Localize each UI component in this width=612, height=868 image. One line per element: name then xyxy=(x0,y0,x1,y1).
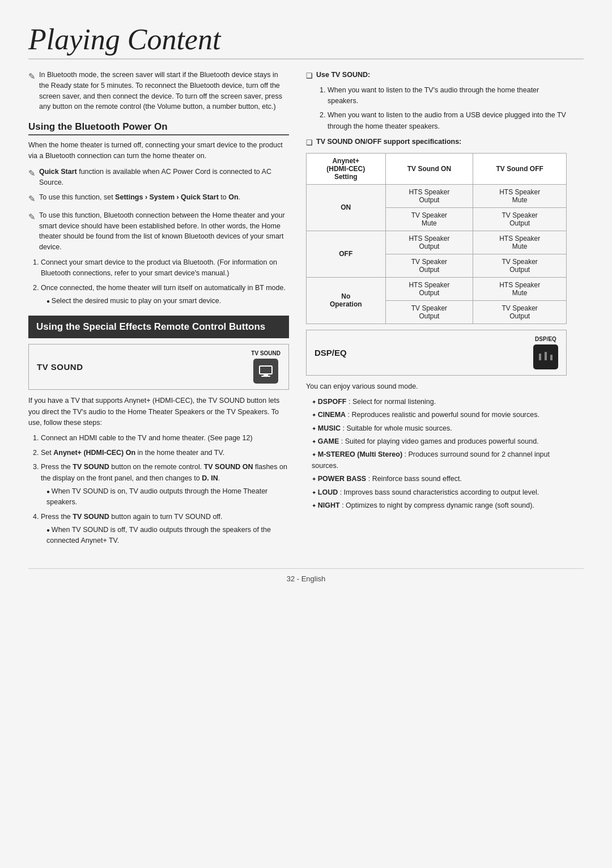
tv-sound-specs-heading: ❑ TV SOUND ON/OFF support specifications… xyxy=(306,137,567,148)
svg-rect-0 xyxy=(260,366,272,374)
tv-sound-step-3-bullet: When TV SOUND is on, TV audio outputs th… xyxy=(46,486,289,508)
bluetooth-section-heading: Using the Bluetooth Power On xyxy=(28,121,289,135)
dspeq-label: DSP/EQ xyxy=(314,348,347,358)
note-icon-3: ✎ xyxy=(28,211,36,224)
tv-sound-btn-icon xyxy=(253,359,278,384)
dspeq-description: You can enjoy various sound mode. xyxy=(306,381,567,392)
table-cell-on-header: ON xyxy=(307,184,386,231)
use-tv-sound-item-1: When you want to listen to the TV's audi… xyxy=(328,85,567,107)
table-cell-off-sound-on-1: HTS SpeakerOutput xyxy=(385,231,473,254)
note-icon: ✎ xyxy=(28,70,36,83)
table-cell-noop-sound-on-2: TV SpeakerOutput xyxy=(385,300,473,324)
dspeq-modes-list: DSPOFF : Select for normal listening. CI… xyxy=(306,397,567,511)
left-column: ✎ In Bluetooth mode, the screen saver wi… xyxy=(28,70,289,551)
tv-sound-btn-label: TV SOUND xyxy=(251,350,280,356)
svg-rect-4 xyxy=(539,354,541,360)
use-tv-sound-list: When you want to listen to the TV's audi… xyxy=(306,85,567,133)
table-cell-off-sound-off-1: HTS SpeakerMute xyxy=(473,231,567,254)
dspeq-btn-icon xyxy=(533,344,558,369)
table-cell-on-sound-off-1: HTS SpeakerMute xyxy=(473,184,567,207)
intro-note: ✎ In Bluetooth mode, the screen saver wi… xyxy=(28,70,289,112)
sq-icon: ❑ xyxy=(306,70,313,82)
note-icon-1: ✎ xyxy=(28,167,36,180)
dspeq-mode-mstereo: M-STEREO (Multi Stereo) : Produces surro… xyxy=(312,449,567,471)
special-effects-heading: Using the Special Effects Remote Control… xyxy=(28,316,289,338)
tv-sound-label: TV SOUND xyxy=(37,362,83,372)
bluetooth-intro: When the home theater is turned off, con… xyxy=(28,140,289,162)
table-cell-noop-sound-off-2: TV SpeakerOutput xyxy=(473,300,567,324)
table-cell-noop-header: NoOperation xyxy=(307,277,386,324)
table-cell-on-sound-on-2: TV SpeakerMute xyxy=(385,207,473,231)
dspeq-mode-music: MUSIC : Suitable for whole music sources… xyxy=(312,423,567,434)
tv-sound-button: TV SOUND xyxy=(251,350,280,384)
table-header-row: Anynet+(HDMI-CEC)Setting TV Sound ON TV … xyxy=(307,153,567,184)
bluetooth-step-2: Once connected, the home theater will tu… xyxy=(41,283,289,307)
dspeq-mode-cinema: CINEMA : Reproduces realistic and powerf… xyxy=(312,410,567,420)
svg-rect-5 xyxy=(545,352,547,360)
right-column: ❑ Use TV SOUND: When you want to listen … xyxy=(306,70,567,551)
dspeq-mode-loud: LOUD : Improves bass sound characteristi… xyxy=(312,487,567,498)
tv-sound-step-3: Press the TV SOUND button on the remote … xyxy=(41,462,289,508)
table-cell-noop-sound-off-1: HTS SpeakerMute xyxy=(473,277,567,300)
table-cell-off-header: OFF xyxy=(307,231,386,277)
dspeq-btn-label: DSP/EQ xyxy=(535,336,556,342)
tv-sound-step-4-bullet: When TV SOUND is off, TV audio outputs t… xyxy=(46,525,289,547)
svg-rect-6 xyxy=(550,355,552,360)
note-icon-2: ✎ xyxy=(28,193,36,206)
table-cell-on-sound-on-1: HTS SpeakerOutput xyxy=(385,184,473,207)
page-footer: 32 - English xyxy=(28,568,584,583)
dspeq-mode-game: GAME : Suited for playing video games an… xyxy=(312,436,567,447)
table-cell-off-sound-on-2: TV SpeakerOutput xyxy=(385,254,473,277)
tv-sound-description: If you have a TV that supports Anynet+ (… xyxy=(28,395,289,428)
svg-rect-2 xyxy=(261,376,270,377)
table-row-off: OFF HTS SpeakerOutput HTS SpeakerMute xyxy=(307,231,567,254)
dspeq-mode-night: NIGHT : Optimizes to night by compress d… xyxy=(312,500,567,511)
dspeq-mode-powerbass: POWER BASS : Reinforce bass sound effect… xyxy=(312,474,567,484)
bluetooth-step-2-bullet: Select the desired music to play on your… xyxy=(46,296,289,307)
dspeq-mode-dspoff: DSPOFF : Select for normal listening. xyxy=(312,397,567,407)
tv-sound-step-2: Set Anynet+ (HDMI-CEC) On in the home th… xyxy=(41,448,289,458)
use-tv-sound-heading: ❑ Use TV SOUND: xyxy=(306,70,567,82)
dspeq-button: DSP/EQ xyxy=(533,336,558,369)
table-cell-on-sound-off-2: TV SpeakerOutput xyxy=(473,207,567,231)
svg-rect-1 xyxy=(264,374,268,376)
page-title: Playing Content xyxy=(28,23,584,59)
table-header-setting: Anynet+(HDMI-CEC)Setting xyxy=(307,153,386,184)
table-header-on: TV Sound ON xyxy=(385,153,473,184)
dspeq-box: DSP/EQ DSP/EQ xyxy=(306,330,567,376)
bluetooth-step-1: Connect your smart device to the product… xyxy=(41,257,289,279)
bluetooth-note-2: ✎ To use this function, set Settings › S… xyxy=(28,192,289,206)
tv-sound-table: Anynet+(HDMI-CEC)Setting TV Sound ON TV … xyxy=(306,153,567,324)
tv-sound-step-4: Press the TV SOUND button again to turn … xyxy=(41,512,289,547)
table-row-on: ON HTS SpeakerOutput HTS SpeakerMute xyxy=(307,184,567,207)
bluetooth-note-3: ✎ To use this function, Bluetooth connec… xyxy=(28,210,289,253)
tv-sound-box: TV SOUND TV SOUND xyxy=(28,344,289,390)
table-header-off: TV Sound OFF xyxy=(473,153,567,184)
table-cell-noop-sound-on-1: HTS SpeakerOutput xyxy=(385,277,473,300)
sq-icon-2: ❑ xyxy=(306,137,313,148)
tv-sound-steps: Connect an HDMI cable to the TV and home… xyxy=(28,433,289,546)
table-cell-off-sound-off-2: TV SpeakerOutput xyxy=(473,254,567,277)
tv-sound-step-1: Connect an HDMI cable to the TV and home… xyxy=(41,433,289,444)
bluetooth-note-1: ✎ Quick Start function is available when… xyxy=(28,167,289,188)
use-tv-sound-item-2: When you want to listen to the audio fro… xyxy=(328,110,567,132)
bluetooth-steps: Connect your smart device to the product… xyxy=(28,257,289,307)
table-row-no-op: NoOperation HTS SpeakerOutput HTS Speake… xyxy=(307,277,567,300)
